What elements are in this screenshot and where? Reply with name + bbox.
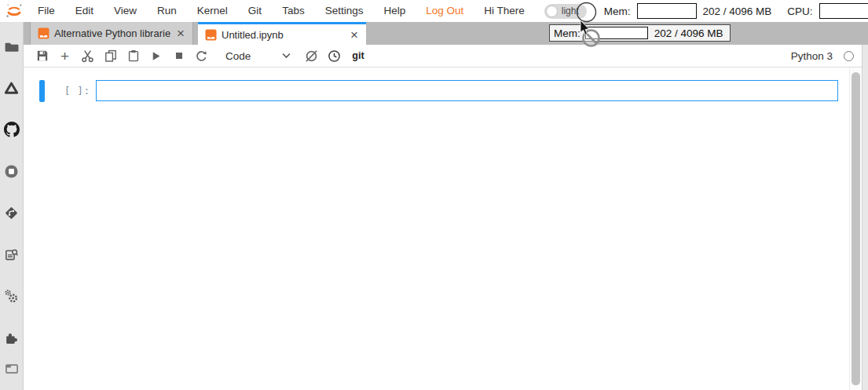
run-cell-button[interactable] <box>145 46 167 66</box>
tab-window-icon <box>4 361 20 377</box>
restart-kernel-button[interactable] <box>190 46 213 66</box>
greeting-text: Hi There <box>474 0 535 22</box>
tab-close-icon[interactable]: × <box>349 28 360 42</box>
sidebar-item-running-sessions[interactable] <box>0 156 24 186</box>
logout-button[interactable]: Log Out <box>416 0 474 22</box>
git-diamond-icon <box>4 206 19 221</box>
chevron-down-icon <box>282 53 291 59</box>
drag-ghost-usage-text: 202 / 4096 MB <box>654 27 723 39</box>
cpu-label: CPU: <box>787 5 812 17</box>
cpu-bar <box>819 3 868 19</box>
cell-editor-input[interactable] <box>96 80 838 101</box>
theme-toggle-knob-icon <box>546 5 558 17</box>
kernel-name-button[interactable]: Python 3 <box>791 50 833 62</box>
mouse-cursor-icon <box>580 20 591 36</box>
stop-circle-icon <box>4 164 19 179</box>
folder-icon <box>4 39 19 54</box>
drag-ghost-mem-label: Mem: <box>554 27 580 39</box>
save-button[interactable] <box>31 46 53 66</box>
sidebar-item-git[interactable] <box>0 198 24 228</box>
memory-label: Mem: <box>604 5 631 17</box>
cell-type-value: Code <box>225 50 251 62</box>
notebook-toolbar: + <box>24 45 868 67</box>
tab-label: Alternative Python libraries <box>54 27 170 39</box>
diff-circle-icon <box>304 49 319 64</box>
menu-help[interactable]: Help <box>373 0 416 22</box>
cut-cells-button[interactable] <box>76 46 99 66</box>
scissors-icon <box>81 49 94 63</box>
sidebar-item-table-of-contents[interactable] <box>0 239 24 269</box>
notebook-panel: [ ]: <box>24 67 868 390</box>
git-toolbar-button[interactable]: git <box>352 50 364 61</box>
menu-kernel[interactable]: Kernel <box>187 0 238 22</box>
puzzle-icon <box>4 330 19 345</box>
github-icon <box>4 122 20 137</box>
sidebar-item-google-drive[interactable] <box>0 73 24 103</box>
memory-indicator-drag-ghost: Mem: 202 / 4096 MB <box>549 24 731 42</box>
menu-bar: File Edit View Run Kernel Git Tabs Setti… <box>0 0 868 22</box>
gears-icon <box>4 289 19 304</box>
paste-icon <box>127 49 140 62</box>
notebook-icon <box>38 27 49 39</box>
interrupt-kernel-button[interactable] <box>167 46 190 66</box>
notebook-diff-button[interactable] <box>300 46 323 66</box>
jupyter-logo-icon <box>5 2 23 20</box>
sidebar-item-property-inspector[interactable] <box>0 281 24 311</box>
checkpoint-history-button[interactable] <box>323 46 346 66</box>
kernel-status-icon <box>844 51 854 61</box>
tab-label: Untitled.ipynb <box>222 29 284 41</box>
insert-cell-button[interactable]: + <box>53 46 76 66</box>
notebook-icon <box>205 29 217 41</box>
sidebar-item-github[interactable] <box>0 115 24 144</box>
sidebar-item-file-browser[interactable] <box>0 31 24 61</box>
scrollbar-thumb[interactable] <box>852 72 860 385</box>
cell-collapser[interactable] <box>39 80 45 102</box>
document-search-icon <box>4 247 19 262</box>
drag-circle-cursor-icon <box>576 2 597 23</box>
plus-icon: + <box>60 49 69 64</box>
jupyterlab-window: File Edit View Run Kernel Git Tabs Setti… <box>0 0 868 390</box>
cell-type-dropdown[interactable]: Code <box>221 49 295 64</box>
code-cell: [ ]: <box>24 77 868 105</box>
menu-edit[interactable]: Edit <box>65 0 104 22</box>
menu-file[interactable]: File <box>27 0 65 22</box>
memory-usage-text: 202 / 4096 MB <box>703 5 772 17</box>
menu-git[interactable]: Git <box>238 0 272 22</box>
memory-bar <box>637 3 697 19</box>
menu-settings[interactable]: Settings <box>315 0 374 22</box>
tab-alternative-python-libraries[interactable]: Alternative Python libraries × <box>30 22 193 45</box>
cpu-indicator: CPU: 15% <box>779 3 868 19</box>
google-drive-icon <box>4 81 19 96</box>
right-sidebar-collapsed <box>862 45 868 390</box>
clock-icon <box>328 49 341 63</box>
sidebar-item-extension-manager[interactable] <box>0 323 24 352</box>
tab-close-icon[interactable]: × <box>175 27 186 40</box>
run-icon <box>150 50 162 62</box>
cell-prompt: [ ]: <box>64 86 94 97</box>
stop-icon <box>174 50 185 61</box>
tab-untitled-ipynb[interactable]: Untitled.ipynb × <box>198 22 366 45</box>
left-sidebar <box>0 22 24 390</box>
paste-cells-button[interactable] <box>122 46 145 66</box>
menu-tabs[interactable]: Tabs <box>272 0 315 22</box>
menu-view[interactable]: View <box>104 0 147 22</box>
copy-icon <box>104 49 117 62</box>
dock-tab-bar: Alternative Python libraries × Untitled.… <box>24 22 868 45</box>
vertical-scrollbar[interactable] <box>849 67 862 390</box>
restart-icon <box>195 49 208 63</box>
save-icon <box>36 49 49 62</box>
menu-run[interactable]: Run <box>147 0 187 22</box>
copy-cells-button[interactable] <box>99 46 122 66</box>
memory-indicator: Mem: 202 / 4096 MB <box>596 3 780 19</box>
sidebar-item-open-tab[interactable] <box>0 354 24 384</box>
